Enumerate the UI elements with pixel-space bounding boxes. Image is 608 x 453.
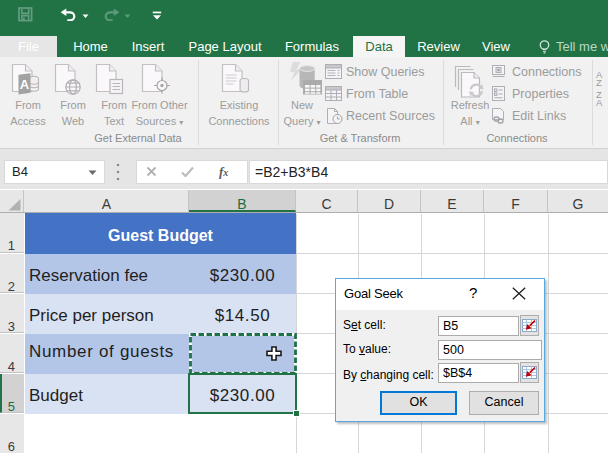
svg-text:A: A — [20, 77, 30, 92]
